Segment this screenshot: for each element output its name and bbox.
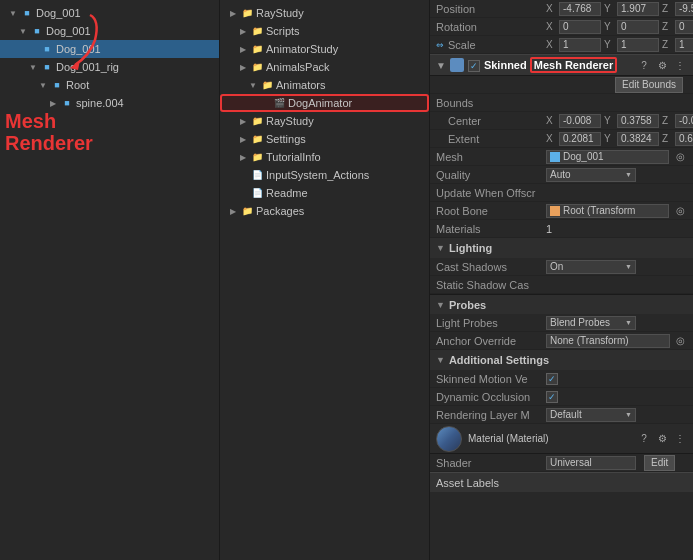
component-gear-btn[interactable]: ⚙ <box>655 58 669 72</box>
material-gear-btn[interactable]: ⚙ <box>655 432 669 446</box>
edit-bounds-row: Edit Bounds <box>430 76 693 94</box>
tree-item-dog001-root[interactable]: ▼ ■ Dog_001 <box>0 4 219 22</box>
tree-arrow: ▶ <box>228 206 238 216</box>
project-item-packages[interactable]: ▶ 📁 Packages <box>220 202 429 220</box>
material-help-btn[interactable]: ? <box>637 432 651 446</box>
scale-y[interactable]: 1 <box>617 38 659 52</box>
extent-y[interactable]: 0.3824 <box>617 132 659 146</box>
cast-shadows-dropdown[interactable]: On ▼ <box>546 260 636 274</box>
center-z[interactable]: -0.094 <box>675 114 693 128</box>
project-item-tutorialinfo[interactable]: ▶ 📁 TutorialInfo <box>220 148 429 166</box>
center-label: Center <box>436 115 546 127</box>
offscreen-field[interactable] <box>546 186 606 200</box>
anchor-override-value: None (Transform) <box>550 335 629 346</box>
rendering-layer-value-group: Default ▼ <box>546 408 687 422</box>
project-item-animators[interactable]: ▼ 📁 Animators <box>220 76 429 94</box>
dropdown-arrow: ▼ <box>625 171 632 178</box>
shader-dropdown[interactable]: Universal <box>546 456 636 470</box>
y-label: Y <box>604 3 614 14</box>
rendering-layer-dropdown[interactable]: Default ▼ <box>546 408 636 422</box>
project-item-readme[interactable]: 📄 Readme <box>220 184 429 202</box>
quality-dropdown[interactable]: Auto ▼ <box>546 168 636 182</box>
update-offscreen-value <box>546 186 687 200</box>
anchor-override-label: Anchor Override <box>436 335 546 347</box>
root-bone-label: Root Bone <box>436 205 546 217</box>
project-item-doganimator[interactable]: 🎬 DogAnimator <box>220 94 429 112</box>
smr-component-header[interactable]: ▼ Skinned Mesh Renderer ? ⚙ ⋮ <box>430 54 693 76</box>
rotation-label: Rotation <box>436 21 546 33</box>
tree-item-root-bone[interactable]: ▼ ■ Root <box>0 76 219 94</box>
folder-icon: 📁 <box>250 24 264 38</box>
project-item-raystudy2[interactable]: ▶ 📁 RayStudy <box>220 112 429 130</box>
root-bone-field[interactable]: Root (Transform <box>546 204 669 218</box>
tree-item-spine[interactable]: ▶ ■ spine.004 <box>0 94 219 112</box>
extent-x[interactable]: 0.2081 <box>559 132 601 146</box>
skinned-motion-label: Skinned Motion Ve <box>436 373 546 385</box>
mesh-select-btn[interactable]: ◎ <box>673 150 687 164</box>
quality-row: Quality Auto ▼ <box>430 166 693 184</box>
x-label: X <box>546 21 556 32</box>
z-label: Z <box>662 133 672 144</box>
center-values: X -0.008 Y 0.3758 Z -0.094 <box>546 114 693 128</box>
z-label: Z <box>662 115 672 126</box>
enabled-checkbox[interactable] <box>468 59 480 72</box>
project-item-animstudy[interactable]: ▶ 📁 AnimatorStudy <box>220 40 429 58</box>
project-item-scripts[interactable]: ▶ 📁 Scripts <box>220 22 429 40</box>
anchor-override-select-btn[interactable]: ◎ <box>673 334 687 348</box>
project-item-settings[interactable]: ▶ 📁 Settings <box>220 130 429 148</box>
pos-x[interactable]: -4.768 <box>559 2 601 16</box>
additional-section-header[interactable]: ▼ Additional Settings <box>430 350 693 370</box>
root-bone-select-btn[interactable]: ◎ <box>673 204 687 218</box>
rendering-layer-label: Rendering Layer M <box>436 409 546 421</box>
skinned-motion-checkbox[interactable] <box>546 373 558 385</box>
mesh-field[interactable]: Dog_001 <box>546 150 669 164</box>
gameobj-icon: ■ <box>40 60 54 74</box>
scale-z[interactable]: 1 <box>675 38 693 52</box>
x-label: X <box>546 133 556 144</box>
tree-item-dog001-rig[interactable]: ▼ ■ Dog_001_rig <box>0 58 219 76</box>
static-shadow-field[interactable] <box>546 278 606 292</box>
center-x[interactable]: -0.008 <box>559 114 601 128</box>
rot-z[interactable]: 0 <box>675 20 693 34</box>
component-menu-btn[interactable]: ⋮ <box>673 58 687 72</box>
shader-label: Shader <box>436 457 546 469</box>
gameobj-icon: ■ <box>50 78 64 92</box>
pos-y[interactable]: 1.907 <box>617 2 659 16</box>
component-help-btn[interactable]: ? <box>637 58 651 72</box>
shader-edit-btn[interactable]: Edit <box>644 455 675 471</box>
lighting-section-header[interactable]: ▼ Lighting <box>430 238 693 258</box>
tree-arrow: ▶ <box>238 134 248 144</box>
rot-x[interactable]: 0 <box>559 20 601 34</box>
mesh-label: Mesh <box>436 151 546 163</box>
tree-arrow <box>238 188 248 198</box>
project-item-raystudy[interactable]: ▶ 📁 RayStudy <box>220 4 429 22</box>
scale-x[interactable]: 1 <box>559 38 601 52</box>
shader-row: Shader Universal Edit <box>430 454 693 472</box>
probes-section-header[interactable]: ▼ Probes <box>430 294 693 314</box>
cast-shadows-label: Cast Shadows <box>436 261 546 273</box>
edit-bounds-button[interactable]: Edit Bounds <box>615 77 683 93</box>
project-tree: ▶ 📁 RayStudy ▶ 📁 Scripts ▶ 📁 AnimatorStu… <box>220 0 429 224</box>
dynamic-occlusion-checkbox[interactable] <box>546 391 558 403</box>
pos-z[interactable]: -9.538 <box>675 2 693 16</box>
folder-icon: 📁 <box>250 114 264 128</box>
folder-icon: 📁 <box>240 204 254 218</box>
extent-z[interactable]: 0.6374 <box>675 132 693 146</box>
lighting-section-label: Lighting <box>449 242 492 254</box>
center-y[interactable]: 0.3758 <box>617 114 659 128</box>
project-item-inputsys[interactable]: 📄 InputSystem_Actions <box>220 166 429 184</box>
material-menu-btn[interactable]: ⋮ <box>673 432 687 446</box>
anchor-override-field[interactable]: None (Transform) <box>546 334 670 348</box>
tree-item-dog001-child[interactable]: ▼ ■ Dog_001 <box>0 22 219 40</box>
tree-item-dog001-selected[interactable]: ■ Dog_001 <box>0 40 219 58</box>
quality-label: Quality <box>436 169 546 181</box>
anchor-override-value-group: None (Transform) ◎ <box>546 334 687 348</box>
project-item-animalspack[interactable]: ▶ 📁 AnimalsPack <box>220 58 429 76</box>
light-probes-dropdown[interactable]: Blend Probes ▼ <box>546 316 636 330</box>
shader-value-group: Universal Edit <box>546 455 687 471</box>
rot-y[interactable]: 0 <box>617 20 659 34</box>
smr-enabled-check[interactable] <box>468 60 480 72</box>
light-probes-row: Light Probes Blend Probes ▼ <box>430 314 693 332</box>
tree-label: AnimatorStudy <box>266 43 338 55</box>
tree-arrow <box>260 98 270 108</box>
